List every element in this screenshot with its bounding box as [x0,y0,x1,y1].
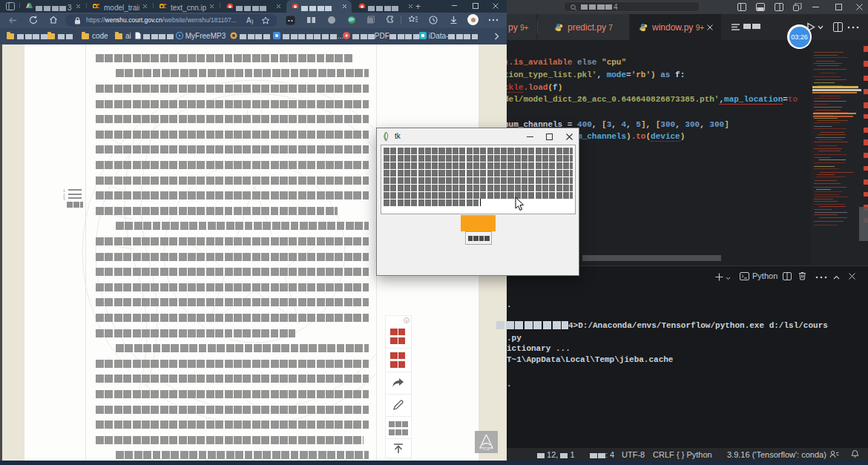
svg-text:TOP: TOP [481,446,490,451]
